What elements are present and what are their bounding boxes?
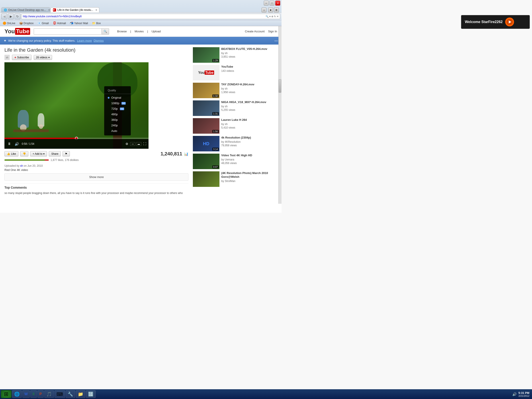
quality-240p[interactable]: 240p (104, 123, 131, 128)
address-bar[interactable]: http://www.youtube.com/watch?v=N0m1XmvBe… (21, 14, 280, 19)
settings-gear-button[interactable]: ⚙ (126, 142, 128, 146)
banner-star-icon: ✦ (4, 38, 6, 43)
bookmark-yahoo[interactable]: 📬 Yahoo! Mail (69, 21, 89, 25)
sidebar-views-tay: 1,958 views (221, 91, 277, 94)
sidebar-item-niga[interactable]: 1:31 NIGA HIGA_V18_MIX*-H.264.mov by sh … (193, 101, 277, 116)
tab-youtube[interactable]: ▶ Life in the Garden (4k resolu... ✕ (51, 7, 99, 13)
dislike-button[interactable]: 👎 (20, 151, 28, 157)
bookmark-onlive[interactable]: 🟠 OnLive (1, 21, 17, 25)
sidebar-title-beatbox: BEATBOX FLUTE_V05-H.264.mov (221, 47, 277, 51)
nav-browse[interactable]: Browse (117, 30, 127, 33)
small-view-button[interactable]: ▭ (130, 142, 135, 146)
sidebar-item-youtube-channel[interactable]: YouTube YouTube 143 videos (193, 65, 277, 81)
header-nav: Browse | Movies | Upload (117, 30, 161, 33)
videos-dropdown[interactable]: 26 videos ▾ (34, 55, 52, 60)
quality-original[interactable]: Original (104, 95, 131, 101)
thumb-duration-videotest: 0:07 (212, 165, 219, 168)
quality-auto[interactable]: Auto (104, 128, 131, 134)
tab-youtube-close[interactable]: ✕ (95, 9, 97, 12)
learn-more-link[interactable]: Learn more (77, 39, 92, 42)
sidebar-title-videotest: Video Test 4K High HD (221, 154, 277, 157)
sidebar-channel-photo: by StrolMan (221, 180, 277, 183)
show-more-button[interactable]: Show more (4, 173, 188, 181)
quality-selected-dot (108, 97, 109, 99)
nav-upload[interactable]: Upload (152, 30, 161, 33)
quality-360p[interactable]: 360p (104, 117, 131, 123)
quality-1080p[interactable]: 1080p HD (104, 101, 131, 106)
medium-view-button[interactable]: ▬ (136, 142, 141, 146)
play-pause-button[interactable]: ⏸ (7, 141, 12, 146)
video-player[interactable]: Quality Original 1080p HD 720p HD (4, 62, 149, 149)
subscribe-button[interactable]: + Subscribe (12, 55, 32, 60)
tab-youtube-favicon: ▶ (53, 8, 56, 12)
browser-chrome: ─ □ ✕ 🌐 OnLive Cloud Desktop app no... ✕… (0, 0, 282, 26)
tab-home-icon[interactable]: ⌂ (262, 7, 266, 13)
tab-gear-icon[interactable]: ⚙ (274, 7, 279, 13)
search-button[interactable]: 🔍 (101, 28, 109, 35)
sidebar-item-photo[interactable]: (4K Resolution Photo) March 2010 Goro@We… (193, 171, 277, 187)
sidebar-info-tay: TAY ZONDAY-H.264.mov by sh 1,958 views (221, 83, 277, 98)
close-addr-icon[interactable]: ✕ (277, 15, 279, 18)
total-time: 1:54 (29, 142, 34, 146)
bookmark-dropbox-label: Dropbox (24, 22, 33, 25)
quality-720p[interactable]: 720p HD (104, 106, 131, 112)
add-to-label: + Add to (32, 152, 42, 155)
sidebar-item-lauren[interactable]: 1:56 Lauren Luke H 264 by sh 5,410 views (193, 118, 277, 134)
back-button[interactable]: ◀ (1, 13, 7, 19)
likes-bar (4, 159, 49, 161)
forward-button[interactable]: ▶ (8, 13, 14, 19)
close-button[interactable]: ✕ (275, 1, 280, 6)
sign-in-link[interactable]: Sign In (268, 30, 277, 33)
video-main: Life in the Garden (4k resolution) sh + … (4, 47, 188, 195)
sidebar-item-4k[interactable]: HD 3:14 4k Resolution (2304p) by 4KResol… (193, 136, 277, 151)
bookmark-gmail[interactable]: 📧 Gmail (36, 21, 50, 25)
sidebar-item-videotest[interactable]: 0:07 Video Test 4K High HD by Uemara 48,… (193, 154, 277, 169)
dropdown-chevron-icon: ▾ (48, 56, 50, 59)
search-input[interactable] (34, 28, 101, 35)
compat-icon[interactable]: ⊕ (271, 15, 273, 18)
flag-button[interactable]: ⚑ (63, 151, 70, 157)
nav-movies[interactable]: Movies (134, 30, 144, 33)
volume-button[interactable]: 🔊 (14, 141, 20, 146)
tab-star-icon[interactable]: ★ (268, 7, 273, 13)
like-button[interactable]: 👍 Like (4, 151, 18, 157)
fullscreen-button[interactable]: ⛶ (143, 142, 146, 146)
hotmail-favicon: 📮 (53, 21, 56, 25)
sidebar-thumb-lauren: 1:56 (193, 118, 219, 134)
youtube-logo[interactable]: YouTube (4, 28, 30, 35)
onlive-favicon: 🟠 (3, 21, 6, 25)
add-to-button[interactable]: + Add to ▾ (30, 151, 47, 157)
sidebar-info-niga: NIGA HIGA_V18_MIX*-H.264.mov by sh 5,255… (221, 101, 277, 116)
banner-collapse-button[interactable]: — (274, 39, 278, 43)
sidebar-item-beatbox[interactable]: 1:29 BEATBOX FLUTE_V05-H.264.mov by sh 3… (193, 47, 277, 63)
uploader-link[interactable]: sh (20, 164, 23, 167)
view-count-number: 1,240,811 (160, 151, 182, 157)
create-account-link[interactable]: Create Account (245, 30, 265, 33)
bookmark-dropbox[interactable]: 📦 Dropbox (18, 21, 35, 25)
videos-count: 26 videos (36, 56, 47, 59)
search-dropdown-icon[interactable]: 🔍 ▾ (266, 15, 271, 18)
sidebar-info-videotest: Video Test 4K High HD by Uemara 48,056 v… (221, 154, 277, 169)
tab-onlive[interactable]: 🌐 OnLive Cloud Desktop app no... ✕ (1, 7, 50, 13)
sidebar-item-tay[interactable]: 1:32 TAY ZONDAY-H.264.mov by sh 1,958 vi… (193, 83, 277, 98)
privacy-banner: ✦ We're changing our privacy policy. Thi… (0, 37, 282, 44)
bookmark-box[interactable]: 📁 Box (91, 21, 102, 25)
share-button[interactable]: Share (49, 151, 61, 157)
video-actions: 👍 Like 👎 + Add to ▾ Share ⚑ 1,240,811 (4, 151, 188, 157)
scrollbar-thumb[interactable] (279, 79, 281, 93)
sidebar-views-4k: 79,958 views (221, 144, 277, 147)
refresh-addr-icon[interactable]: ↻ (274, 15, 276, 18)
sidebar-thumb-videotest: 0:07 (193, 154, 219, 169)
comments-title: Top Comments (4, 186, 188, 189)
maximize-button[interactable]: □ (270, 1, 274, 6)
minimize-button[interactable]: ─ (264, 1, 269, 6)
refresh-button[interactable]: ↻ (15, 13, 20, 19)
bookmark-yahoo-label: Yahoo! Mail (74, 22, 88, 25)
bookmark-hotmail[interactable]: 📮 Hotmail (51, 21, 67, 25)
tab-onlive-close[interactable]: ✕ (48, 9, 50, 12)
privacy-text: We're changing our privacy policy. This … (8, 39, 75, 42)
quality-480p[interactable]: 480p (104, 112, 131, 117)
share-label: Share (51, 152, 58, 155)
dismiss-link[interactable]: Dismiss (94, 39, 104, 42)
bench (13, 129, 49, 132)
